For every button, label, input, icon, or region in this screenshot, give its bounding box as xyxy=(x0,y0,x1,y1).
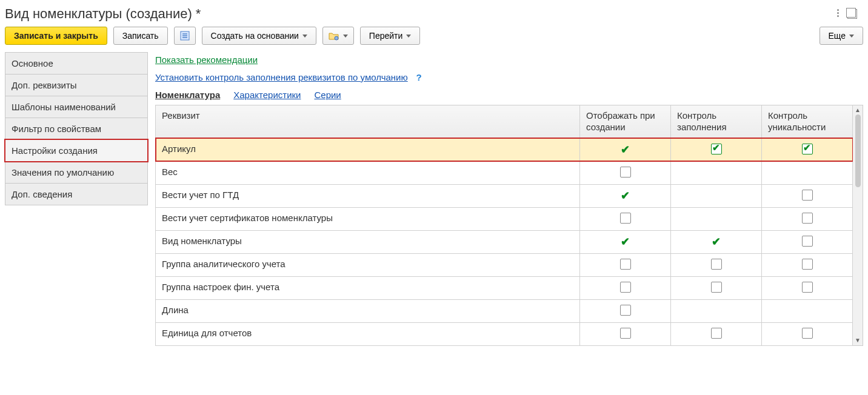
scroll-down-icon[interactable]: ▼ xyxy=(855,337,861,344)
goto-button[interactable]: Перейти xyxy=(360,27,420,45)
more-button[interactable]: Еще xyxy=(820,27,864,45)
sidebar-item[interactable]: Шаблоны наименований xyxy=(5,96,148,118)
body-area: ОсновноеДоп. реквизитыШаблоны наименован… xyxy=(5,52,863,346)
toolbar: Записать и закрыть Записать Создать на о… xyxy=(5,27,863,52)
attr-name-cell[interactable]: Вести учет сертификатов номенклатуры xyxy=(156,207,580,230)
subtabs: НоменклатураХарактеристикиСерии xyxy=(155,90,863,100)
list-icon xyxy=(180,31,190,41)
sidebar-item[interactable]: Доп. реквизиты xyxy=(5,74,148,96)
sidebar-item[interactable]: Основное xyxy=(5,52,148,75)
table-row[interactable]: Группа аналитического учета xyxy=(156,253,853,276)
kebab-menu-icon[interactable] xyxy=(837,9,839,19)
subtab[interactable]: Номенклатура xyxy=(155,90,220,100)
subtab[interactable]: Серии xyxy=(314,90,341,100)
save-and-close-label: Записать и закрыть xyxy=(14,31,98,41)
main-panel: Показать рекомендации Установить контрол… xyxy=(155,52,863,346)
table-row[interactable]: Вести учет по ГТД✔ xyxy=(156,184,853,207)
attr-name-cell[interactable]: Вес xyxy=(156,161,580,184)
svg-point-4 xyxy=(335,36,338,40)
folder-gear-icon xyxy=(329,31,339,41)
attr-name-cell[interactable]: Длина xyxy=(156,299,580,322)
checkbox[interactable] xyxy=(620,328,631,339)
checkbox[interactable] xyxy=(802,236,813,247)
page-root: Вид номенклатуры (создание) * Записать и… xyxy=(0,0,868,395)
checkbox[interactable] xyxy=(802,282,813,293)
header: Вид номенклатуры (создание) * xyxy=(5,4,863,27)
subtab[interactable]: Характеристики xyxy=(233,90,301,100)
checkmark-icon: ✔ xyxy=(621,190,630,202)
save-button[interactable]: Записать xyxy=(113,27,168,45)
attr-name-cell[interactable]: Группа настроек фин. учета xyxy=(156,276,580,299)
table-row[interactable]: Вести учет сертификатов номенклатуры xyxy=(156,207,853,230)
sidebar: ОсновноеДоп. реквизитыШаблоны наименован… xyxy=(5,52,148,205)
checkbox[interactable] xyxy=(711,282,722,293)
checkbox[interactable] xyxy=(802,190,813,201)
table-row[interactable]: Вид номенклатуры✔✔ xyxy=(156,230,853,253)
table-row[interactable]: Вес xyxy=(156,161,853,184)
scroll-thumb[interactable] xyxy=(855,115,861,187)
col-unique-control[interactable]: Контроль уникальности xyxy=(762,105,853,139)
sidebar-item[interactable]: Фильтр по свойствам xyxy=(5,118,148,140)
grid-wrap: Реквизит Отображать при создании Контрол… xyxy=(155,105,863,346)
col-attribute[interactable]: Реквизит xyxy=(156,105,580,139)
table-row[interactable]: Единица для отчетов xyxy=(156,322,853,345)
checkbox[interactable] xyxy=(802,259,813,270)
sidebar-item[interactable]: Доп. сведения xyxy=(5,183,148,205)
set-default-control-link[interactable]: Установить контроль заполнения реквизито… xyxy=(155,72,408,82)
sidebar-item[interactable]: Значения по умолчанию xyxy=(5,161,148,184)
save-label: Записать xyxy=(122,31,159,41)
attributes-table: Реквизит Отображать при создании Контрол… xyxy=(155,105,853,346)
table-row[interactable]: Артикул✔ xyxy=(156,138,853,161)
chevron-down-icon xyxy=(343,35,348,38)
help-icon[interactable]: ? xyxy=(416,72,422,82)
chevron-down-icon xyxy=(849,35,854,38)
sidebar-item[interactable]: Настройки создания xyxy=(5,139,148,162)
more-label: Еще xyxy=(829,31,846,41)
checkbox[interactable] xyxy=(620,167,631,178)
attr-name-cell[interactable]: Вид номенклатуры xyxy=(156,230,580,253)
col-fill-control[interactable]: Контроль заполнения xyxy=(671,105,762,139)
attr-name-cell[interactable]: Артикул xyxy=(156,138,580,161)
chevron-down-icon xyxy=(406,35,411,38)
window-restore-icon[interactable] xyxy=(847,9,857,19)
goto-label: Перейти xyxy=(369,31,402,41)
checkbox[interactable] xyxy=(711,144,722,154)
table-row[interactable]: Длина xyxy=(156,299,853,322)
create-based-on-label: Создать на основании xyxy=(211,31,299,41)
create-based-on-button[interactable]: Создать на основании xyxy=(202,27,316,45)
checkbox[interactable] xyxy=(620,282,631,293)
col-display-on-create[interactable]: Отображать при создании xyxy=(580,105,671,139)
attachments-button[interactable] xyxy=(322,27,354,45)
attr-name-cell[interactable]: Вести учет по ГТД xyxy=(156,184,580,207)
checkbox[interactable] xyxy=(802,144,813,154)
checkmark-icon: ✔ xyxy=(621,144,630,156)
checkbox[interactable] xyxy=(620,213,631,224)
header-icons xyxy=(837,9,863,19)
checkbox[interactable] xyxy=(802,213,813,224)
save-and-close-button[interactable]: Записать и закрыть xyxy=(5,27,107,45)
attr-name-cell[interactable]: Единица для отчетов xyxy=(156,322,580,345)
page-title: Вид номенклатуры (создание) * xyxy=(5,6,201,22)
list-icon-button[interactable] xyxy=(174,27,196,45)
scroll-up-icon[interactable]: ▲ xyxy=(855,107,861,113)
checkbox[interactable] xyxy=(711,328,722,339)
checkmark-icon: ✔ xyxy=(712,236,721,248)
checkbox[interactable] xyxy=(620,305,631,316)
checkmark-icon: ✔ xyxy=(621,236,630,248)
vertical-scrollbar[interactable]: ▲ ▼ xyxy=(853,105,863,346)
checkbox[interactable] xyxy=(711,259,722,270)
table-row[interactable]: Группа настроек фин. учета xyxy=(156,276,853,299)
checkbox[interactable] xyxy=(802,328,813,339)
checkbox[interactable] xyxy=(620,259,631,270)
table-header-row: Реквизит Отображать при создании Контрол… xyxy=(156,105,853,139)
attr-name-cell[interactable]: Группа аналитического учета xyxy=(156,253,580,276)
chevron-down-icon xyxy=(302,35,307,38)
show-recommendations-link[interactable]: Показать рекомендации xyxy=(155,55,258,65)
